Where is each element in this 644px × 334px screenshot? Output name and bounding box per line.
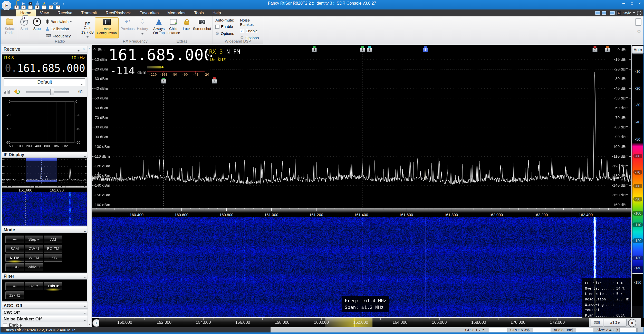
scroll-up-icon[interactable]: ∧ (88, 47, 91, 50)
zoom-step-button[interactable]: x10 ▸ (604, 319, 627, 327)
if-spectrum-canvas[interactable] (2, 158, 86, 185)
tab-help[interactable]: Help (208, 9, 225, 16)
collapse-icon[interactable]: ▲ (84, 275, 86, 280)
volume-slider-thumb[interactable] (50, 89, 54, 95)
tab-rec-playback[interactable]: Rec/Playback (101, 9, 135, 16)
auto-mute-options[interactable]: ⚙ Options (215, 31, 234, 36)
marker-number[interactable]: 2 (212, 79, 217, 84)
always-on-top-button[interactable]: Always On Top (152, 17, 166, 38)
start-button[interactable]: ▶ Start (18, 17, 30, 38)
close-button[interactable]: × (636, 0, 643, 7)
section-header-if-display[interactable]: IF Display▲ (2, 152, 88, 158)
panel-toggle-button[interactable] (635, 18, 641, 26)
section-header-filter[interactable]: Filter▲ (2, 274, 88, 279)
select-radio-button[interactable]: Select Radio (3, 17, 16, 38)
frequency-value[interactable]: 0.161.685.000 (5, 62, 85, 74)
about-icon[interactable] (637, 11, 641, 15)
resize-grip[interactable]: ⋰ (639, 329, 642, 332)
spectrum-frequency-ruler[interactable] (92, 208, 631, 212)
mode-button-WFM[interactable]: W-FM (25, 254, 43, 262)
antenna-icon[interactable] (35, 1, 40, 6)
collapse-icon[interactable]: ▲ (84, 318, 86, 323)
nb-enable-row[interactable]: Enable (3, 323, 22, 328)
tab-receive[interactable]: Receive (53, 9, 77, 16)
section-header-noise-blanker[interactable]: Noise Blanker: Off▲ (2, 316, 88, 322)
auto-mute-enable[interactable]: Enable (215, 24, 234, 29)
colorbar-auto-button[interactable]: Auto (632, 46, 643, 54)
mode-button-CWU[interactable]: CW-U (25, 245, 43, 252)
chevron-down-icon[interactable]: ▾ (63, 3, 64, 9)
frequency-button[interactable]: ⌨ Frequency (46, 33, 79, 39)
display-icon[interactable] (602, 11, 606, 15)
tab-memories[interactable]: Memories (163, 9, 190, 16)
if-spectrum[interactable] (2, 158, 87, 186)
maximize-button[interactable]: □ (628, 0, 636, 7)
filter-button-8kHz[interactable]: 8kHz (25, 282, 43, 290)
screenshot-button[interactable]: Screenshot (192, 17, 212, 38)
app-icon[interactable]: F (2, 1, 11, 10)
profile-select[interactable]: Default (4, 78, 85, 86)
display-icon[interactable] (595, 11, 600, 15)
close-icon[interactable]: × (82, 47, 85, 51)
tab-tools[interactable]: Tools (190, 9, 208, 16)
mode-button-LSB[interactable]: LSB (44, 254, 62, 262)
chevron-down-icon[interactable] (633, 12, 635, 14)
bandwidth-button[interactable]: Bandwidth (46, 18, 79, 25)
tab-favourites[interactable]: Favourites (135, 9, 163, 16)
checkbox[interactable] (3, 323, 7, 327)
checkbox[interactable] (240, 29, 244, 33)
marker-number[interactable]: 1 (161, 79, 166, 84)
pin-icon[interactable] (78, 48, 80, 53)
filter-button-10kHz[interactable]: 10kHz (44, 282, 62, 290)
stop-icon[interactable]: ■ (28, 1, 33, 6)
rf-gain-button[interactable]: RF Gain 19.7 dB (81, 21, 94, 42)
spectrum-display[interactable]: 0 dBm0 dBm-10 dBm-10 dBm-20 dBm-20 dBm-3… (92, 45, 631, 208)
if-waterfall[interactable] (2, 192, 87, 226)
radio-configuration-button[interactable]: Radio Configuration (95, 17, 119, 38)
expand-icon[interactable]: ▼ (84, 311, 86, 316)
screenshot-icon[interactable] (49, 1, 54, 6)
marker-number[interactable]: 4 (312, 48, 317, 52)
stop-button[interactable]: ■ Stop (31, 17, 43, 38)
filter-button-[interactable]: ••• (5, 282, 24, 290)
child-instance-button[interactable]: Child Instance (166, 17, 180, 38)
mode-button-SAM[interactable]: SAM (5, 245, 24, 252)
section-header-mode[interactable]: Mode▲ (2, 227, 88, 233)
mode-button-NFM[interactable]: N-FM (5, 254, 24, 262)
frequency-display[interactable]: RX 3 10 kHz 0.161.685.000 (2, 54, 87, 77)
style-menu[interactable]: Style (623, 11, 631, 15)
noise-blanker-enable[interactable]: Enable (240, 29, 263, 33)
section-header-agc[interactable]: AGC: Off▼ (2, 303, 88, 309)
mode-button-[interactable]: ••• (5, 236, 24, 243)
marker-number[interactable]: 5 (360, 48, 365, 52)
colorbar[interactable]: -10-20-30-40-50-60-70-80-90-100-110-120-… (632, 55, 643, 306)
marker-number[interactable]: 6 (367, 48, 372, 52)
open-folder-icon[interactable] (14, 1, 19, 6)
previous-button[interactable]: ↶ Previous (120, 17, 135, 38)
equalizer-icon[interactable] (4, 90, 10, 94)
nav-right-button[interactable]: » (628, 319, 636, 327)
scroll-down-icon[interactable]: ∨ (88, 322, 91, 325)
s-badge-icon[interactable]: S (617, 11, 621, 15)
mode-button-BCFM[interactable]: BC-FM (44, 245, 62, 252)
calibration-button[interactable]: Calibration (46, 26, 79, 32)
mode-button-WideU[interactable]: Wide-U (25, 263, 43, 271)
favourite-icon[interactable]: ★ (42, 1, 47, 6)
section-header-cw[interactable]: CW: Off▼ (2, 310, 88, 315)
display-icon[interactable] (610, 11, 615, 15)
mode-button-USB[interactable]: USB (5, 263, 24, 271)
minimize-button[interactable]: ─ (620, 0, 628, 7)
history-button[interactable]: ⇩ History (135, 17, 150, 38)
start-icon[interactable]: ▶ (21, 1, 26, 6)
waterfall-display[interactable]: Freq: 161.4 MHz Span: ±1.2 MHz FFT Size … (92, 217, 631, 317)
filter-button-12kHz[interactable]: 12kHz (5, 291, 24, 299)
nav-scale-canvas[interactable] (99, 318, 589, 327)
colorbar-threshold-line[interactable] (632, 273, 643, 274)
tab-transmit[interactable]: Transmit (77, 9, 101, 16)
checkbox[interactable] (215, 25, 219, 29)
gear-icon[interactable]: ⚙ (637, 29, 641, 34)
speaker-icon[interactable] (14, 89, 17, 94)
volume-slider-track[interactable] (26, 91, 69, 93)
tab-view[interactable]: View (36, 9, 53, 16)
expand-icon[interactable]: ▼ (84, 304, 86, 309)
